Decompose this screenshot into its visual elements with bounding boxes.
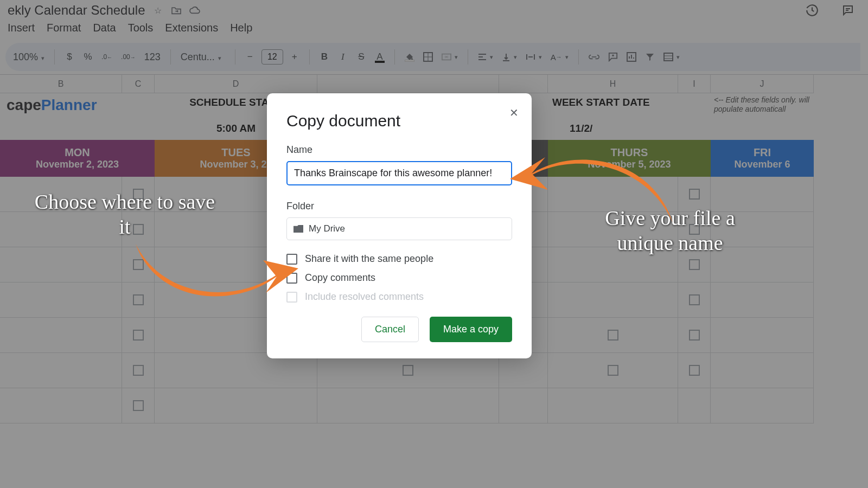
share-same-people-option[interactable]: Share it with the same people <box>286 253 512 265</box>
annotation-save-location: Choose where to save it <box>33 190 217 239</box>
folder-value: My Drive <box>309 223 345 234</box>
name-label: Name <box>286 144 512 156</box>
close-icon[interactable]: ✕ <box>509 106 519 119</box>
name-input[interactable] <box>286 161 512 185</box>
cancel-button[interactable]: Cancel <box>361 317 419 342</box>
copy-document-dialog: Copy document ✕ Name Folder My Drive Sha… <box>267 93 532 358</box>
dialog-actions: Cancel Make a copy <box>286 317 512 342</box>
arrow-left-icon <box>125 239 298 317</box>
include-resolved-option: Include resolved comments <box>286 291 512 303</box>
folder-label: Folder <box>286 201 512 212</box>
folder-icon <box>293 225 303 233</box>
folder-picker[interactable]: My Drive <box>286 217 512 240</box>
arrow-right-icon <box>510 136 684 235</box>
copy-comments-option[interactable]: Copy comments <box>286 272 512 284</box>
dialog-title: Copy document <box>286 112 512 130</box>
make-a-copy-button[interactable]: Make a copy <box>430 317 512 342</box>
